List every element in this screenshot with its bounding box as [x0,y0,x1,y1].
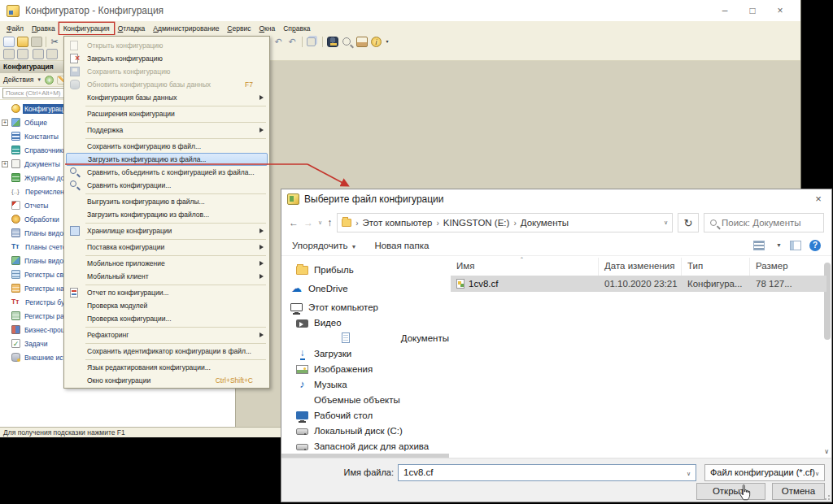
menu-item-compare-merge-with-file[interactable]: Сравнить, объединить с конфигурацией из … [64,166,269,179]
view-list-icon[interactable] [753,241,765,250]
breadcrumb[interactable]: › Этот компьютер › KINGSTON (E:) › Докум… [337,213,673,232]
open-icon[interactable] [17,37,28,47]
column-header-name[interactable]: Имя [451,258,599,276]
cut-icon[interactable]: ✂ [49,37,60,47]
column-header-type[interactable]: Тип [682,258,750,276]
nav-item-this-pc[interactable]: Этот компьютер [281,299,449,315]
breadcrumb-this-pc[interactable]: Этот компьютер [362,218,432,228]
menu-item-check-modules[interactable]: Проверка модулей [64,299,269,312]
recent-locations-icon[interactable]: ∨ [318,219,322,226]
view-dropdown-icon[interactable]: ▼ [776,242,782,248]
menubar-item-debug[interactable]: Отладка [114,23,150,34]
menu-item-load-configuration-from-file[interactable]: Загрузить конфигурацию из файла... [66,153,268,166]
undo-icon[interactable]: ↶ [273,37,284,47]
help-book-icon[interactable] [356,37,368,47]
menu-item-refactoring[interactable]: Рефакторинг [64,328,269,341]
syntax-assistant-icon[interactable] [327,37,338,47]
menu-item-mobile-application[interactable]: Мобильное приложение [64,257,269,270]
breadcrumb-kingston[interactable]: KINGSTON (E:) [443,218,510,228]
nav-item-downloads[interactable]: ↓Загрузки [281,345,449,361]
menubar-item-help[interactable]: Справка [279,23,314,34]
copy-windows-icon[interactable] [307,37,316,46]
help-icon[interactable]: ? [809,240,821,251]
menu-item-save-configuration-to-file[interactable]: Сохранить конфигурацию в файл... [64,140,269,153]
new-folder-button[interactable]: Новая папка [374,241,429,250]
nav-item-documents[interactable]: Документы [281,330,449,345]
nav-item-backup-disk[interactable]: Запасной диск для архива [281,438,449,454]
info-icon[interactable]: i [371,37,382,47]
toolbar-overflow-icon[interactable]: ▾ [384,37,390,47]
new-document-icon[interactable] [3,37,15,47]
column-header-size[interactable]: Размер [750,258,804,276]
menu-item-configuration-repository[interactable]: Хранилище конфигурации [64,224,269,237]
up-icon[interactable]: ↑ [327,217,332,228]
minimize-icon[interactable]: – [711,0,739,21]
actions-dropdown-icon[interactable]: ▼ [37,77,41,82]
save-icon[interactable] [31,37,42,47]
menu-item-compare-configurations[interactable]: Сравнить конфигурации... [64,179,269,192]
menubar-item-edit[interactable]: Правка [28,23,59,34]
menu-item-configuration-editing-language[interactable]: Язык редактирования конфигурации... [64,361,269,374]
database-table-icon[interactable] [33,49,44,59]
breadcrumb-documents[interactable]: Документы [521,218,569,228]
menu-item-close-configuration[interactable]: Закрыть конфигурацию [64,52,269,65]
preview-pane-icon[interactable] [790,241,801,250]
add-icon[interactable]: + [45,76,54,85]
maximize-icon[interactable]: □ [739,0,766,21]
menu-item-check-configuration[interactable]: Проверка конфигурации... [64,312,269,325]
table-edit-icon[interactable] [17,49,28,59]
actions-button[interactable]: Действия [3,76,33,84]
expand-icon[interactable]: + [2,161,8,167]
combo-dropdown-icon[interactable]: ∨ [815,471,819,477]
drive-icon [296,444,308,450]
close-icon[interactable]: × [766,0,794,21]
calculation-registers-icon [11,311,20,320]
expand-icon[interactable]: + [2,119,8,126]
menubar-item-file[interactable]: Файл [2,23,28,34]
filename-input[interactable]: 1cv8.cf ∨ [398,464,696,481]
refresh-icon[interactable]: ↻ [678,213,699,232]
nav-item-3d-objects[interactable]: Объемные объекты [281,392,449,407]
search-box[interactable]: Поиск: Документы [704,213,824,232]
file-row-1cv8cf[interactable]: 1cv8.cf 01.10.2020 23:21 Конфигура... 78… [451,276,826,292]
window-table-icon[interactable] [46,49,58,59]
menubar-item-windows[interactable]: Окна [255,23,279,34]
nav-item-desktop[interactable]: Рабочий стол [281,407,449,423]
menu-item-configuration-extensions[interactable]: Расширения конфигурации [64,107,269,120]
menu-item-save-configuration[interactable]: Сохранить конфигурацию [64,65,269,78]
menu-item-load-configuration-from-files[interactable]: Загрузить конфигурацию из файлов... [64,208,269,221]
breadcrumb-dropdown-icon[interactable]: ∨ [664,219,668,226]
menu-item-support[interactable]: Поддержка [64,124,269,137]
organize-button[interactable]: Упорядочить▼ [292,241,356,250]
menu-item-configuration-delivery[interactable]: Поставка конфигурации [64,241,269,254]
nav-item-onedrive[interactable]: ☁OneDrive [281,280,449,296]
menu-item-mobile-client[interactable]: Мобильный клиент [64,270,269,283]
table-icon[interactable] [3,49,15,59]
search-help-icon[interactable] [342,37,351,46]
back-icon[interactable]: ← [289,217,299,228]
nav-item-pictures[interactable]: Изображения [281,361,449,376]
redo-icon[interactable]: ↶ [286,37,298,47]
menu-item-configuration-report[interactable]: Отчет по конфигурации... [64,286,269,299]
menu-item-configuration-window[interactable]: Окно конфигурацииCtrl+Shift+C [64,374,269,387]
menubar-item-service[interactable]: Сервис [223,23,255,34]
combo-dropdown-icon[interactable]: ∨ [687,471,691,477]
nav-item-pribyl[interactable]: Прибыль [281,262,449,277]
resize-grip[interactable] [823,493,830,500]
menubar-item-configuration[interactable]: Конфигурация [59,23,114,34]
menu-item-save-configuration-id-to-file[interactable]: Сохранить идентификатор конфигурации в ф… [64,345,269,358]
filetype-select[interactable]: Файл конфигурации (*.cf) ∨ [704,464,825,481]
menubar-item-administration[interactable]: Администрирование [149,23,223,34]
menu-item-db-configuration[interactable]: Конфигурация базы данных [64,91,269,104]
menu-item-update-db-configuration[interactable]: Обновить конфигурацию базы данныхF7 [64,78,269,91]
menu-item-open-configuration[interactable]: Открыть конфигурацию [64,39,269,52]
open-button[interactable]: Открыть [696,483,765,500]
forward-icon[interactable]: → [303,217,313,228]
column-header-date[interactable]: Дата изменения [599,258,682,276]
menu-item-dump-configuration-to-files[interactable]: Выгрузить конфигурацию в файлы... [64,195,269,208]
nav-item-music[interactable]: ♪Музыка [281,376,449,392]
nav-item-local-disk-c[interactable]: Локальный диск (C:) [281,423,449,438]
nav-item-videos[interactable]: Видео [281,315,449,330]
cancel-button[interactable]: Отмена [772,483,825,500]
dialog-close-icon[interactable]: × [805,189,831,209]
